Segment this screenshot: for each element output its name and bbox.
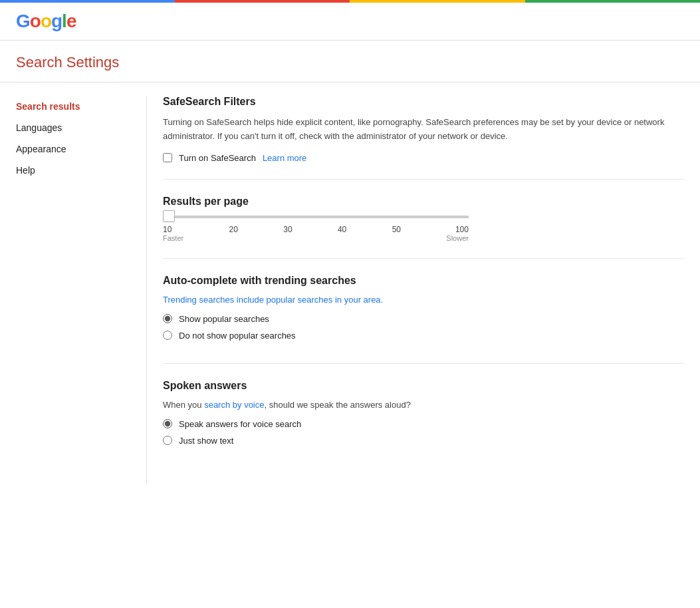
spoken-answers-title: Spoken answers bbox=[163, 380, 684, 392]
autocomplete-title: Auto-complete with trending searches bbox=[163, 275, 684, 287]
slider-label-10: 10 Faster bbox=[163, 225, 183, 242]
sidebar-item-languages[interactable]: Languages bbox=[16, 117, 130, 138]
safesearch-checkbox-row: Turn on SafeSearch Learn more bbox=[163, 153, 684, 163]
voice-desc-after: , should we speak the answers aloud? bbox=[264, 400, 410, 410]
sidebar: Search results Languages Appearance Help bbox=[0, 96, 146, 484]
safesearch-title: SafeSearch Filters bbox=[163, 96, 684, 108]
speak-answers-label: Speak answers for voice search bbox=[179, 419, 301, 429]
show-popular-radio[interactable] bbox=[163, 314, 172, 323]
page-title: Search Settings bbox=[0, 41, 700, 82]
just-show-text-option[interactable]: Just show text bbox=[163, 436, 684, 446]
slider-value-30: 30 bbox=[283, 225, 292, 242]
safesearch-checkbox-label: Turn on SafeSearch bbox=[179, 153, 256, 163]
logo-letter-g1: G bbox=[16, 11, 30, 31]
learn-more-link[interactable]: Learn more bbox=[263, 153, 306, 163]
logo-letter-o2: o bbox=[41, 11, 51, 31]
slider-track bbox=[163, 216, 469, 218]
content-area: Search results Languages Appearance Help… bbox=[0, 82, 700, 498]
safesearch-description: Turning on SafeSearch helps hide explici… bbox=[163, 116, 668, 144]
logo-letter-g2: g bbox=[51, 11, 62, 31]
show-popular-label: Show popular searches bbox=[179, 314, 269, 324]
do-not-show-option[interactable]: Do not show popular searches bbox=[163, 331, 684, 341]
do-not-show-radio[interactable] bbox=[163, 331, 172, 340]
slider-sublabel-faster: Faster bbox=[163, 234, 183, 242]
autocomplete-description: Trending searches include popular search… bbox=[163, 295, 684, 305]
spoken-answers-section: Spoken answers When you search by voice,… bbox=[163, 380, 684, 468]
safesearch-checkbox[interactable] bbox=[163, 153, 172, 162]
slider-label-100: 100 Slower bbox=[446, 225, 469, 242]
voice-desc-before: When you bbox=[163, 400, 204, 410]
safesearch-section: SafeSearch Filters Turning on SafeSearch… bbox=[163, 96, 684, 180]
logo-letter-e: e bbox=[66, 11, 76, 31]
slider-sublabel-slower: Slower bbox=[446, 234, 469, 242]
results-per-page-section: Results per page 10 Faster 20 30 40 50 1… bbox=[163, 196, 684, 259]
sidebar-item-appearance[interactable]: Appearance bbox=[16, 138, 130, 160]
header: Google bbox=[0, 3, 700, 41]
voice-link[interactable]: search by voice bbox=[204, 400, 264, 410]
slider-value-100: 100 bbox=[455, 225, 469, 234]
slider-thumb[interactable] bbox=[163, 210, 175, 222]
do-not-show-label: Do not show popular searches bbox=[179, 331, 296, 341]
google-logo: Google bbox=[16, 11, 684, 32]
just-show-text-radio[interactable] bbox=[163, 436, 172, 445]
autocomplete-section: Auto-complete with trending searches Tre… bbox=[163, 275, 684, 364]
sidebar-item-search-results[interactable]: Search results bbox=[16, 96, 130, 117]
slider-container: 10 Faster 20 30 40 50 100 Slower bbox=[163, 216, 684, 242]
slider-value-10: 10 bbox=[163, 225, 172, 234]
slider-value-20: 20 bbox=[229, 225, 238, 242]
slider-value-40: 40 bbox=[338, 225, 346, 242]
sidebar-item-help[interactable]: Help bbox=[16, 160, 130, 181]
results-per-page-title: Results per page bbox=[163, 196, 684, 208]
logo-letter-l: l bbox=[62, 11, 66, 31]
logo-letter-o1: o bbox=[30, 11, 41, 31]
just-show-text-label: Just show text bbox=[179, 436, 233, 446]
spoken-answers-description: When you search by voice, should we spea… bbox=[163, 400, 684, 410]
main-content: SafeSearch Filters Turning on SafeSearch… bbox=[146, 96, 700, 484]
slider-value-50: 50 bbox=[392, 225, 401, 242]
show-popular-option[interactable]: Show popular searches bbox=[163, 314, 684, 324]
speak-answers-radio[interactable] bbox=[163, 419, 172, 428]
speak-answers-option[interactable]: Speak answers for voice search bbox=[163, 419, 684, 429]
slider-labels: 10 Faster 20 30 40 50 100 Slower bbox=[163, 225, 469, 242]
